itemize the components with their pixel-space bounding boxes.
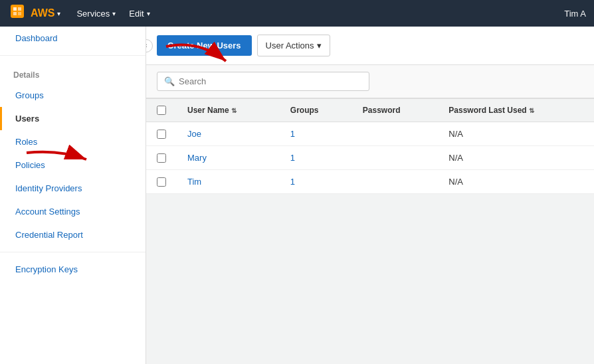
sidebar-divider-2 [0, 252, 146, 252]
row-username-2[interactable]: Tim [177, 170, 280, 194]
services-nav-item[interactable]: Services ▾ [71, 9, 121, 19]
user-actions-label: User Actions [266, 41, 314, 50]
sidebar-item-account-settings[interactable]: Account Settings [0, 200, 146, 223]
row-checkbox-cell-2 [146, 170, 177, 194]
search-icon: 🔍 [164, 76, 175, 86]
svg-rect-2 [18, 7, 21, 11]
select-all-cell [146, 99, 177, 122]
edit-nav-item[interactable]: Edit ▾ [124, 9, 155, 19]
search-input[interactable] [179, 76, 362, 86]
svg-rect-3 [13, 12, 17, 15]
table-header-row: User Name ⇅ Groups Password Password Las… [146, 99, 594, 122]
users-table-wrap: User Name ⇅ Groups Password Password Las… [146, 98, 594, 194]
row-checkbox-0[interactable] [157, 130, 166, 139]
svg-rect-0 [11, 5, 24, 18]
sidebar-item-roles[interactable]: Roles [0, 130, 146, 153]
user-name: Tim A [564, 9, 586, 19]
row-password-last-used-1: N/A [438, 146, 594, 170]
row-password-2 [352, 170, 439, 194]
sidebar-details-label: Details [0, 61, 146, 84]
users-table: User Name ⇅ Groups Password Password Las… [146, 99, 594, 194]
user-actions-chevron-icon: ▾ [317, 41, 322, 50]
table-row: Mary 1 N/A [146, 146, 594, 170]
col-password-label: Password [363, 106, 401, 115]
row-groups-0[interactable]: 1 [280, 122, 352, 146]
row-checkbox-1[interactable] [157, 153, 166, 163]
col-username-label: User Name [187, 106, 229, 115]
svg-rect-1 [13, 7, 17, 11]
sidebar-item-users[interactable]: Users [0, 107, 146, 130]
row-password-1 [352, 146, 439, 170]
table-row: Tim 1 N/A [146, 170, 594, 194]
search-bar: 🔍 [146, 65, 594, 98]
row-groups-2[interactable]: 1 [280, 170, 352, 194]
aws-logo-icon [8, 2, 27, 25]
edit-chevron-icon: ▾ [147, 10, 150, 17]
row-username-1[interactable]: Mary [177, 146, 280, 170]
row-username-0[interactable]: Joe [177, 122, 280, 146]
table-row: Joe 1 N/A [146, 122, 594, 146]
row-password-0 [352, 122, 439, 146]
search-input-wrap: 🔍 [157, 72, 369, 91]
sidebar-item-credential-report[interactable]: Credential Report [0, 223, 146, 246]
sidebar-item-identity-providers[interactable]: Identity Providers [0, 177, 146, 200]
svg-rect-4 [18, 12, 21, 15]
col-password: Password [352, 99, 439, 122]
top-nav: AWS ▾ Services ▾ Edit ▾ Tim A [0, 0, 594, 27]
services-label: Services [76, 9, 110, 19]
create-new-users-button[interactable]: Create New Users [157, 35, 252, 56]
row-checkbox-cell-1 [146, 146, 177, 170]
sidebar-divider-1 [0, 55, 146, 56]
services-chevron-icon: ▾ [112, 10, 116, 17]
sidebar: Dashboard Details Groups Users Roles Pol… [0, 27, 146, 364]
sidebar-item-groups[interactable]: Groups [0, 84, 146, 107]
row-password-last-used-2: N/A [438, 170, 594, 194]
sidebar-item-encryption-keys[interactable]: Encryption Keys [0, 258, 146, 281]
col-groups-label: Groups [290, 106, 319, 115]
main-content: ‹ Create New Users User Actions ▾ 🔍 [146, 27, 594, 364]
toolbar: ‹ Create New Users User Actions ▾ [146, 27, 594, 65]
sidebar-item-policies[interactable]: Policies [0, 153, 146, 177]
sidebar-collapse-button[interactable]: ‹ [146, 39, 153, 52]
aws-chevron-icon[interactable]: ▾ [57, 10, 60, 17]
col-password-last-used: Password Last Used ⇅ [438, 99, 594, 122]
select-all-checkbox[interactable] [157, 106, 166, 115]
row-groups-1[interactable]: 1 [280, 146, 352, 170]
edit-label: Edit [129, 9, 144, 19]
row-password-last-used-0: N/A [438, 122, 594, 146]
col-username: User Name ⇅ [177, 99, 280, 122]
row-checkbox-cell-0 [146, 122, 177, 146]
sidebar-item-dashboard[interactable]: Dashboard [0, 27, 146, 50]
user-actions-button[interactable]: User Actions ▾ [257, 35, 330, 56]
aws-brand: AWS [31, 7, 54, 19]
main-layout: Dashboard Details Groups Users Roles Pol… [0, 27, 594, 364]
username-sort-icon[interactable]: ⇅ [231, 107, 237, 114]
password-last-used-sort-icon[interactable]: ⇅ [529, 107, 534, 114]
col-groups: Groups [280, 99, 352, 122]
col-password-last-used-label: Password Last Used [448, 106, 526, 115]
row-checkbox-2[interactable] [157, 177, 166, 187]
